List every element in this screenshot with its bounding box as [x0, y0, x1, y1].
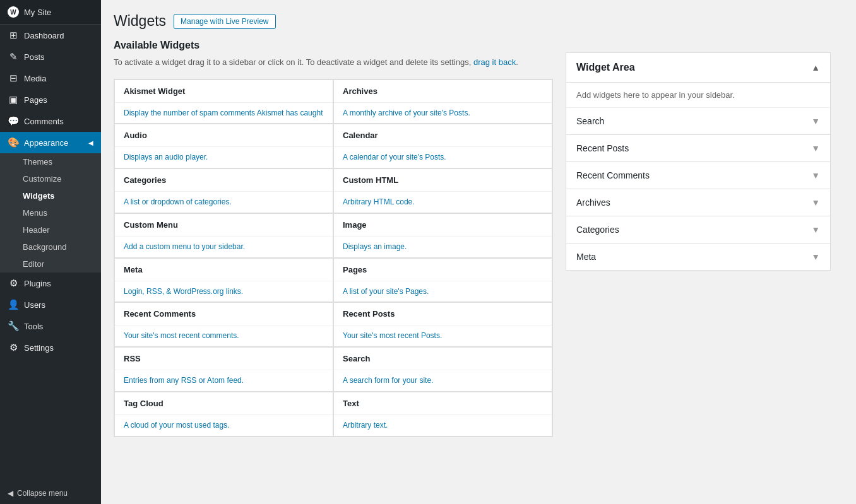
widget-card[interactable]: Meta Login, RSS, & WordPress.org links. [114, 258, 333, 303]
widget-area-item-chevron-icon: ▼ [811, 116, 820, 126]
widget-card[interactable]: Recent Comments Your site's most recent … [114, 302, 333, 347]
widget-area-item[interactable]: Categories ▼ [566, 216, 830, 243]
widget-card-name: Image [343, 220, 367, 230]
drag-back-link[interactable]: drag it back [473, 57, 516, 67]
widget-area-item[interactable]: Meta ▼ [566, 243, 830, 270]
widget-area-item[interactable]: Search ▼ [566, 108, 830, 135]
sidebar-item-header[interactable]: Header [0, 221, 101, 238]
widget-card-name: Calendar [343, 131, 378, 140]
sidebar-item-menus[interactable]: Menus [0, 204, 101, 221]
widget-area-header: Widget Area ▲ [566, 53, 830, 83]
widgets-grid: Akismet Widget Display the number of spa… [114, 79, 553, 437]
widget-card-desc: Arbitrary HTML code. [334, 192, 552, 213]
widget-card[interactable]: Recent Posts Your site's most recent Pos… [333, 302, 552, 347]
site-name: My Site [24, 8, 51, 17]
sidebar-item-label: Appearance [24, 138, 68, 148]
plugins-icon: ⚙ [8, 278, 19, 289]
sidebar-logo: W My Site [0, 0, 101, 25]
sidebar-item-widgets[interactable]: Widgets [0, 187, 101, 204]
widget-card-name: Search [343, 354, 370, 363]
widget-card[interactable]: Akismet Widget Display the number of spa… [114, 79, 333, 124]
widget-area-item-name: Recent Comments [576, 170, 650, 180]
sidebar-item-label: Plugins [24, 279, 51, 288]
sidebar-item-dashboard[interactable]: ⊞ Dashboard [0, 25, 101, 46]
widget-area-item-chevron-icon: ▼ [811, 252, 820, 262]
widget-card-header: Recent Comments [115, 303, 333, 325]
widget-area-item[interactable]: Recent Posts ▼ [566, 135, 830, 162]
sidebar-item-customize[interactable]: Customize [0, 170, 101, 187]
widget-card-header: RSS [115, 348, 333, 370]
sidebar-item-settings[interactable]: ⚙ Settings [0, 337, 101, 358]
widget-card-desc: A list or dropdown of categories. [115, 192, 333, 213]
widget-area-item-chevron-icon: ▼ [811, 197, 820, 208]
widget-area-box: Widget Area ▲ Add widgets here to appear… [566, 52, 831, 271]
tools-icon: 🔧 [8, 320, 19, 332]
sidebar-item-plugins[interactable]: ⚙ Plugins [0, 273, 101, 294]
sidebar-item-media[interactable]: ⊟ Media [0, 67, 101, 89]
collapse-menu-button[interactable]: ◀ Collapse menu [0, 483, 101, 504]
users-icon: 👤 [8, 299, 19, 310]
widget-card-desc: Your site's most recent comments. [115, 325, 333, 346]
widget-card-header: Pages [334, 259, 552, 281]
sidebar-item-label: Pages [24, 95, 47, 105]
sidebar-item-label: Dashboard [24, 31, 64, 40]
widget-card[interactable]: Image Displays an image. [333, 213, 552, 258]
main-content: Widgets Manage with Live Preview Availab… [101, 0, 856, 504]
widget-card[interactable]: Audio Displays an audio player. [114, 124, 333, 168]
widget-area-panel: Widget Area ▲ Add widgets here to appear… [566, 40, 843, 283]
widget-area-item-name: Categories [576, 225, 619, 235]
sidebar-item-comments[interactable]: 💬 Comments [0, 110, 101, 132]
widget-card-header: Archives [334, 80, 552, 103]
widget-card-header: Text [334, 392, 552, 415]
sidebar-item-label: Posts [24, 52, 45, 62]
widget-card[interactable]: Text Arbitrary text. [333, 392, 552, 437]
available-widgets-title: Available Widgets [114, 40, 553, 51]
widget-card-name: Categories [124, 175, 166, 185]
widget-card-desc: Display the number of spam comments Akis… [115, 103, 333, 124]
appearance-icon: 🎨 [8, 137, 19, 148]
available-widgets-desc: To activate a widget drag it to a sideba… [114, 56, 553, 69]
widget-card-header: Recent Posts [334, 303, 552, 325]
arrow-icon: ◀ [88, 139, 93, 146]
settings-icon: ⚙ [8, 342, 19, 353]
widget-card[interactable]: Search A search form for your site. [333, 347, 552, 392]
widget-card[interactable]: Tag Cloud A cloud of your most used tags… [114, 392, 333, 437]
sidebar-item-appearance[interactable]: 🎨 Appearance ◀ [0, 132, 101, 153]
widget-card-header: Tag Cloud [115, 392, 333, 415]
widget-card[interactable]: Calendar A calendar of your site's Posts… [333, 124, 552, 168]
sidebar-item-users[interactable]: 👤 Users [0, 294, 101, 315]
widget-card[interactable]: Pages A list of your site's Pages. [333, 258, 552, 303]
widget-card-header: Audio [115, 124, 333, 147]
widget-card-desc: A calendar of your site's Posts. [334, 147, 552, 168]
widget-card[interactable]: RSS Entries from any RSS or Atom feed. [114, 347, 333, 392]
manage-live-preview-button[interactable]: Manage with Live Preview [174, 14, 275, 29]
sidebar-item-editor[interactable]: Editor [0, 255, 101, 273]
posts-icon: ✎ [8, 51, 19, 62]
available-widgets-section: Available Widgets To activate a widget d… [114, 40, 553, 437]
widget-card-header: Calendar [334, 124, 552, 147]
sidebar-item-themes[interactable]: Themes [0, 153, 101, 170]
sidebar-item-posts[interactable]: ✎ Posts [0, 46, 101, 67]
media-icon: ⊟ [8, 73, 19, 84]
widget-card-header: Akismet Widget [115, 80, 333, 103]
widget-card[interactable]: Custom HTML Arbitrary HTML code. [333, 168, 552, 213]
widget-card-name: RSS [124, 354, 141, 363]
widget-card[interactable]: Archives A monthly archive of your site'… [333, 79, 552, 124]
widget-card-header: Categories [115, 169, 333, 192]
widget-area-item[interactable]: Archives ▼ [566, 189, 830, 216]
sidebar-item-pages[interactable]: ▣ Pages [0, 89, 101, 110]
widget-card-name: Pages [343, 265, 367, 274]
wp-logo-icon: W [8, 6, 19, 18]
widget-card[interactable]: Custom Menu Add a custom menu to your si… [114, 213, 333, 258]
sidebar-item-tools[interactable]: 🔧 Tools [0, 315, 101, 337]
widget-area-collapse-icon[interactable]: ▲ [811, 62, 820, 73]
widget-area-item-chevron-icon: ▼ [811, 225, 820, 235]
widget-card[interactable]: Categories A list or dropdown of categor… [114, 168, 333, 213]
widget-area-item[interactable]: Recent Comments ▼ [566, 162, 830, 189]
widget-card-name: Tag Cloud [124, 399, 163, 408]
sidebar-item-background[interactable]: Background [0, 238, 101, 255]
widget-card-desc: A cloud of your most used tags. [115, 415, 333, 436]
appearance-submenu: Themes Customize Widgets Menus Header Ba… [0, 153, 101, 273]
widget-card-desc: A monthly archive of your site's Posts. [334, 103, 552, 124]
dashboard-icon: ⊞ [8, 30, 19, 41]
